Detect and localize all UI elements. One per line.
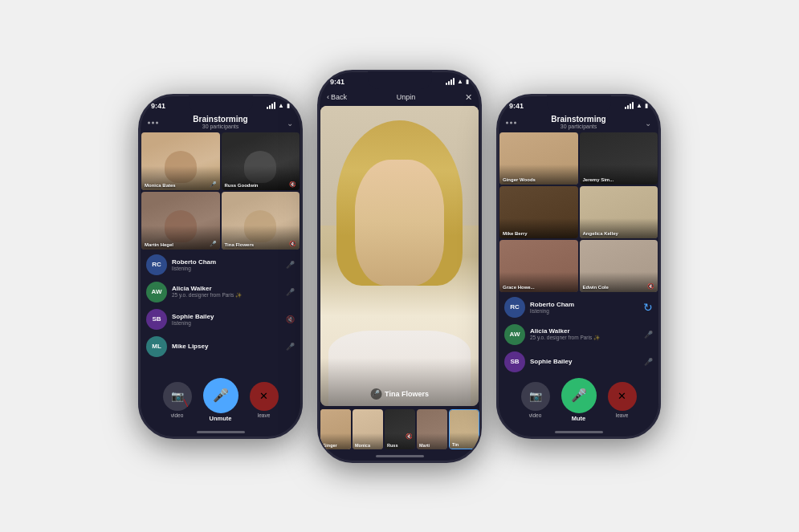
more-options-left[interactable] bbox=[148, 121, 158, 124]
wifi-icon-right: ▲ bbox=[636, 102, 642, 109]
phone-right: 9:41 ▲ ▮ Brainstorming 30 pa bbox=[496, 94, 661, 439]
strip-mic-icon: 🔇 bbox=[406, 433, 413, 440]
participant-info-rc: Roberto Cham listening bbox=[172, 258, 281, 271]
home-indicator-center bbox=[376, 455, 424, 457]
list-item[interactable]: ML Mike Lipsey 🎤 bbox=[140, 333, 301, 360]
video-cell-3[interactable]: Tina Flowers 🔇 bbox=[222, 192, 300, 250]
chevron-down-icon-right[interactable]: ⌄ bbox=[645, 118, 651, 127]
mute-label-left: Unmute bbox=[210, 415, 232, 422]
avatar-sb-r: SB bbox=[504, 351, 525, 372]
participant-info-sb: Sophie Bailey listening bbox=[172, 313, 281, 326]
unpin-button[interactable]: Unpin bbox=[397, 93, 416, 101]
mic-status-rc-r: ↻ bbox=[643, 301, 653, 314]
mic-icon-btn-right: 🎤 bbox=[571, 388, 587, 403]
leave-icon-left: ✕ bbox=[259, 390, 268, 402]
close-icon[interactable]: ✕ bbox=[465, 92, 472, 103]
participant-status-rc-r: listening bbox=[530, 308, 638, 314]
time-center: 9:41 bbox=[330, 78, 344, 86]
list-item[interactable]: SB Sophie Bailey 🎤 bbox=[498, 348, 659, 373]
participant-count-right: 30 participants bbox=[551, 124, 605, 129]
video-label-right: video bbox=[529, 412, 542, 418]
strip-name-2: Russ bbox=[387, 443, 397, 448]
participant-name-rc: Roberto Cham bbox=[172, 258, 281, 266]
battery-icon-center: ▮ bbox=[466, 79, 469, 85]
video-cell-r5[interactable]: Edwin Cole 🔇 bbox=[580, 240, 658, 292]
notch-right bbox=[547, 95, 611, 113]
video-button-right[interactable]: 📷 video bbox=[521, 382, 550, 418]
participant-info-rc-r: Roberto Cham listening bbox=[530, 301, 638, 314]
participant-status-sb: listening bbox=[172, 320, 281, 326]
list-item[interactable]: AW Alicia Walker 25 y.o. designer from P… bbox=[498, 321, 659, 348]
strip-cell-4[interactable]: Tin bbox=[449, 409, 479, 449]
person-name-0: Monica Bates bbox=[145, 183, 176, 188]
avatar-rc-r: RC bbox=[504, 297, 525, 318]
header-left: Brainstorming 30 participants ⌄ bbox=[140, 113, 301, 132]
battery-icon-left: ▮ bbox=[287, 103, 290, 109]
list-item[interactable]: RC Roberto Cham listening ↻ bbox=[498, 294, 659, 321]
signal-center bbox=[446, 78, 455, 85]
participant-info-aw: Alicia Walker 25 y.o. designer from Pari… bbox=[172, 285, 281, 298]
participant-info-ml: Mike Lipsey bbox=[172, 343, 281, 350]
more-options-right[interactable] bbox=[506, 121, 516, 124]
mic-status-aw-r: 🎤 bbox=[644, 331, 653, 339]
controls-left: 📷 ╲ video 🎤 Unmute ✕ leave bbox=[140, 373, 301, 428]
participant-list-right: RC Roberto Cham listening ↻ AW Alicia Wa… bbox=[498, 292, 659, 373]
video-cell-r3[interactable]: Angelica Kelley bbox=[580, 186, 658, 238]
phone-left: 9:41 ▲ ▮ Brainstorming 30 pa bbox=[138, 94, 303, 439]
leave-button-right[interactable]: ✕ leave bbox=[608, 382, 637, 418]
participant-name-aw-r: Alicia Walker bbox=[530, 327, 639, 335]
leave-button-left[interactable]: ✕ leave bbox=[250, 382, 279, 418]
person-name-3: Tina Flowers bbox=[225, 242, 255, 247]
video-cell-r1[interactable]: Jeremy Sim... bbox=[580, 132, 658, 185]
participant-info-sb-r: Sophie Bailey bbox=[530, 358, 639, 365]
person-name-r0: Ginger Woods bbox=[503, 177, 536, 182]
phone-center: 9:41 ▲ ▮ ‹ Back Unpin ✕ bbox=[317, 70, 482, 463]
person-name-r4: Grace Howe... bbox=[503, 285, 535, 290]
video-icon-right: 📷 bbox=[529, 390, 542, 402]
participant-name-sb: Sophie Bailey bbox=[172, 313, 281, 320]
strip-cell-3[interactable]: Marti bbox=[417, 409, 447, 449]
video-cell-r4[interactable]: Grace Howe... bbox=[499, 240, 578, 292]
time-right: 9:41 bbox=[509, 102, 524, 110]
person-name-2: Martin Hegel bbox=[145, 242, 173, 247]
mute-label-right: Mute bbox=[572, 415, 586, 422]
list-item[interactable]: RC Roberto Cham listening 🎤 bbox=[140, 251, 301, 278]
participant-name-aw: Alicia Walker bbox=[172, 285, 281, 292]
mic-icon-2: 🎤 bbox=[210, 241, 217, 247]
participant-status-aw: 25 y.o. designer from Paris ✨ bbox=[172, 292, 281, 298]
strip-cell-2[interactable]: Russ 🔇 bbox=[385, 409, 415, 449]
video-cell-1[interactable]: Russ Goodwin 🔇 bbox=[222, 132, 300, 190]
person-name-r2: Mike Berry bbox=[503, 231, 528, 236]
strip-cell-1[interactable]: Monica bbox=[353, 409, 383, 449]
mic-icon-r5: 🔇 bbox=[647, 283, 654, 290]
person-name-1: Russ Goodwin bbox=[225, 183, 259, 188]
signal-right bbox=[625, 102, 634, 109]
status-icons-center: ▲ ▮ bbox=[446, 78, 469, 85]
strip-cell-0[interactable]: Ginger bbox=[320, 409, 351, 449]
back-label: Back bbox=[331, 93, 347, 101]
list-item[interactable]: SB Sophie Bailey listening 🔇 bbox=[140, 306, 301, 333]
main-video-view[interactable]: 🎤 Tina Flowers bbox=[320, 106, 479, 406]
chevron-down-icon-left[interactable]: ⌄ bbox=[287, 118, 293, 127]
video-cell-r0[interactable]: Ginger Woods bbox=[499, 132, 578, 185]
video-cell-0[interactable]: Monica Bates 🎤 bbox=[141, 132, 220, 190]
avatar-sb: SB bbox=[146, 309, 167, 330]
video-label-left: video bbox=[171, 412, 184, 418]
header-right: Brainstorming 30 participants ⌄ bbox=[498, 113, 659, 132]
call-title-left: Brainstorming bbox=[193, 115, 247, 124]
video-cell-r2[interactable]: Mike Berry bbox=[499, 186, 578, 238]
mic-icon-btn-left: 🎤 bbox=[213, 388, 229, 403]
header-center: ‹ Back Unpin ✕ bbox=[319, 89, 480, 106]
status-icons-right: ▲ ▮ bbox=[625, 102, 648, 109]
video-button-left[interactable]: 📷 ╲ video bbox=[163, 382, 192, 418]
video-cell-2[interactable]: Martin Hegel 🎤 bbox=[141, 192, 220, 250]
list-item[interactable]: AW Alicia Walker 25 y.o. designer from P… bbox=[140, 278, 301, 306]
mic-icon-3: 🔇 bbox=[289, 241, 296, 247]
mute-button-left[interactable]: 🎤 Unmute bbox=[203, 378, 238, 422]
back-button[interactable]: ‹ Back bbox=[327, 93, 347, 101]
home-indicator-right bbox=[555, 431, 603, 433]
avatar-rc: RC bbox=[146, 254, 167, 275]
strip-name-4: Tin bbox=[452, 442, 459, 447]
mute-button-right[interactable]: 🎤 Mute bbox=[561, 378, 597, 422]
mic-status-ml: 🎤 bbox=[286, 343, 295, 351]
